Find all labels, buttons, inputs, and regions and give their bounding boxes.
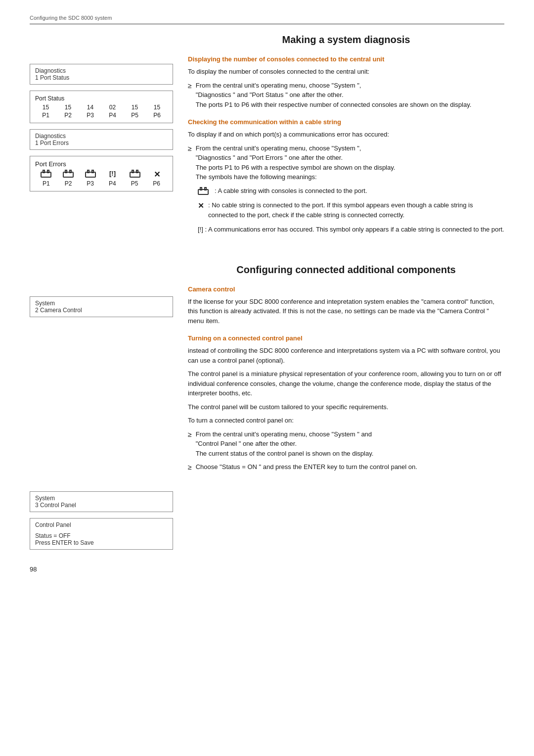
subsection2-title: Checking the communication within a cabl… <box>188 118 504 126</box>
subsection1-intro: To display the number of consoles connec… <box>188 67 504 77</box>
box2-label: Port Status <box>35 95 168 102</box>
box5-label: System <box>35 300 168 307</box>
meaning3-text: [!] : A communications error has occured… <box>198 226 504 233</box>
subsection1-bullet1: ≥ From the central unit's operating menu… <box>188 81 504 110</box>
meaning2-icon: ✕ <box>198 200 204 220</box>
bullet1-text1: From the central unit's operating menu, … <box>196 82 361 89</box>
breadcrumb-text: Configuring the SDC 8000 system <box>30 15 112 21</box>
svg-rect-1 <box>43 170 44 173</box>
port-errors-label-row: P1 P2 P3 P4 P5 P6 <box>35 180 168 187</box>
s2b1-text1: From the central unit's operating menu, … <box>196 144 361 152</box>
port-val-2: 15 <box>57 104 79 111</box>
svg-rect-11 <box>136 170 138 173</box>
control-panel-para1: instead of controlling the SDC 8000 conf… <box>188 346 504 365</box>
port-values-grid: 15 15 14 02 15 15 P1 P2 P3 P4 P5 P6 <box>35 104 168 119</box>
box7-label: Control Panel <box>35 521 168 528</box>
port-errors-icons-box: Port Errors [!] ✕ P1 P2 P3 P4 P5 P6 <box>30 156 173 191</box>
box6-item: 3 Control Panel <box>35 502 168 509</box>
control-panel-title: Turning on a connected control panel <box>188 334 504 342</box>
cp-b1-text2: "Control Panel " one after the other. <box>196 440 297 447</box>
cp-bullet1-symbol: ≥ <box>188 429 192 459</box>
s2b1-text4: The symbols have the following meanings: <box>196 173 317 181</box>
port-label-p5: P5 <box>124 112 145 119</box>
box7-line1: Status = OFF <box>35 532 168 539</box>
error-icon-p1 <box>35 170 56 179</box>
control-panel-para2: The control panel is a miniature physica… <box>188 369 504 398</box>
control-panel-bullet2: ≥ Choose "Status = ON " and press the EN… <box>188 462 504 472</box>
meaning2-item: ✕ : No cable string is connected to the … <box>198 200 504 220</box>
bullet1-text2: "Diagnostics " and "Port Status " one af… <box>196 91 344 98</box>
subsection2-intro: To display if and on which port(s) a com… <box>188 130 504 140</box>
error-icon-p4: [!] <box>102 170 123 179</box>
svg-rect-13 <box>200 188 202 190</box>
cp-bullet2-symbol: ≥ <box>188 462 192 472</box>
meaning1-icon <box>198 186 211 196</box>
diagnostics-port-errors-box: Diagnostics 1 Port Errors <box>30 129 173 150</box>
system-control-panel-box: System 3 Control Panel <box>30 491 173 512</box>
section2-title: Configuring connected additional compone… <box>188 264 504 276</box>
page-header: Configuring the SDC 8000 system <box>30 15 504 24</box>
control-panel-status-box: Control Panel Status = OFF Press ENTER t… <box>30 518 173 550</box>
meaning3-item: [!] : A communications error has occured… <box>188 225 504 235</box>
port-label-p2: P2 <box>57 112 79 119</box>
cp-b2-text: Choose "Status = ON " and press the ENTE… <box>196 462 417 472</box>
box5-item: 2 Camera Control <box>35 307 168 314</box>
port-val-5: 15 <box>124 104 145 111</box>
port-val-1: 15 <box>35 104 56 111</box>
cp-bullet1-content: From the central unit's operating menu, … <box>196 429 374 459</box>
control-panel-para3: The control panel will be custom tailore… <box>188 402 504 412</box>
box1-label: Diagnostics <box>35 67 168 74</box>
meaning1-item: : A cable string with consoles is connec… <box>198 186 504 196</box>
camera-control-text: If the license for your SDC 8000 confere… <box>188 297 504 326</box>
error-icon-p5 <box>124 170 145 179</box>
box3-label: Diagnostics <box>35 133 168 140</box>
port-label-p6: P6 <box>146 112 168 119</box>
port-val-4: 02 <box>102 104 123 111</box>
control-panel-para4: To turn a connected control panel on: <box>188 416 504 425</box>
port-label-p4: P4 <box>102 112 123 119</box>
camera-control-title: Camera control <box>188 285 504 293</box>
box6-label: System <box>35 495 168 502</box>
meaning2-text: : No cable string is connected to the po… <box>208 200 504 220</box>
svg-rect-8 <box>92 170 93 173</box>
bullet1-content: From the central unit's operating menu, … <box>196 81 472 110</box>
page-number: 98 <box>30 566 504 573</box>
bullet1-text3: The ports P1 to P6 with their respective… <box>196 101 472 108</box>
diagnostics-port-status-box: Diagnostics 1 Port Status <box>30 64 173 85</box>
port-errors-icon-row: [!] ✕ <box>35 170 168 179</box>
subsection2-bullet1-content: From the central unit's operating menu, … <box>196 143 396 182</box>
subsection1-title: Displaying the number of consoles connec… <box>188 55 504 63</box>
meaning1-text: : A cable string with consoles is connec… <box>215 186 367 196</box>
svg-rect-2 <box>47 170 49 173</box>
error-icon-p3 <box>80 170 101 179</box>
error-icon-p6: ✕ <box>146 170 168 179</box>
section1-title: Making a system diagnosis <box>188 34 504 46</box>
port-val-6: 15 <box>146 104 168 111</box>
box3-item: 1 Port Errors <box>35 140 168 146</box>
svg-rect-14 <box>205 188 206 190</box>
subsection2-bullet1-symbol: ≥ <box>188 143 192 182</box>
box7-line2: Press ENTER to Save <box>35 539 168 546</box>
port-label-p3: P3 <box>80 112 101 119</box>
section-divider <box>188 249 504 254</box>
cp-b1-text3: The current status of the control panel … <box>196 450 374 457</box>
svg-rect-5 <box>70 170 71 173</box>
error-icon-p2 <box>57 170 79 179</box>
left-column: Diagnostics 1 Port Status Port Status 15… <box>30 34 183 556</box>
svg-rect-7 <box>88 170 89 173</box>
svg-rect-4 <box>65 170 67 173</box>
box4-label: Port Errors <box>35 160 168 168</box>
port-label-p1: P1 <box>35 112 56 119</box>
bullet1-symbol: ≥ <box>188 81 192 110</box>
port-status-values-box: Port Status 15 15 14 02 15 15 P1 P2 P3 P… <box>30 91 173 123</box>
box1-item: 1 Port Status <box>35 74 168 81</box>
system-camera-control-box: System 2 Camera Control <box>30 296 173 317</box>
right-column: Making a system diagnosis Displaying the… <box>183 34 504 556</box>
svg-rect-10 <box>132 170 134 173</box>
s2b1-text2: "Diagnostics " and "Port Errors " one af… <box>196 154 343 161</box>
control-panel-bullet1: ≥ From the central unit's operating menu… <box>188 429 504 459</box>
subsection2-bullet1: ≥ From the central unit's operating menu… <box>188 143 504 182</box>
cp-b1-text1: From the central unit's operating menu, … <box>196 430 372 438</box>
port-val-3: 14 <box>80 104 101 111</box>
s2b1-text3: The ports P1 to P6 with a respective sym… <box>196 164 396 171</box>
